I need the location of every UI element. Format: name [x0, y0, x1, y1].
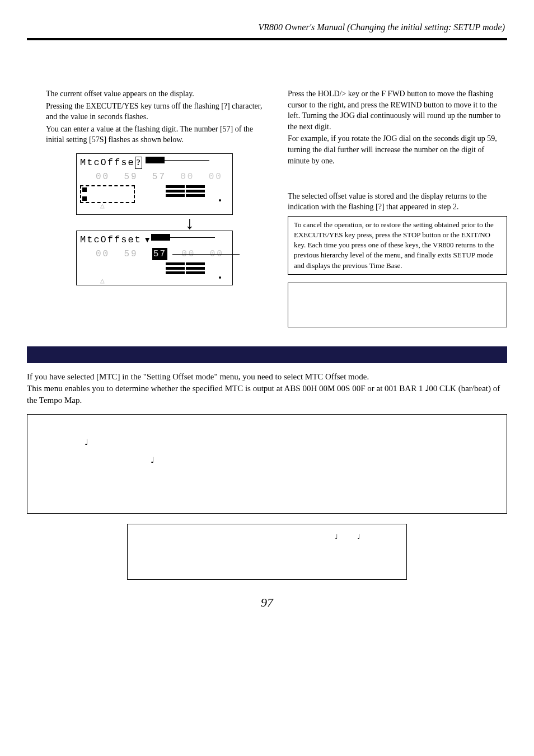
lcd1-d2: 59: [124, 172, 138, 182]
sub-note-box: [288, 283, 507, 327]
right-paragraph-1: Press the HOLD/> key or the F FWD button…: [288, 88, 507, 132]
cancel-note-box: To cancel the operation, or to restore t…: [288, 216, 507, 275]
track-bars-icon: [145, 185, 226, 210]
left-column: 3. Press the EXECUTE/YES key. The curren…: [27, 74, 265, 327]
lcd2-d3: 57: [152, 248, 167, 260]
track-bars2-icon: [145, 262, 226, 280]
level-meter-icon: △: [80, 185, 135, 210]
lcd2-d5: 00: [210, 249, 224, 259]
lcd-strip2-icon: [151, 234, 170, 241]
question-mark-icon: ?: [135, 157, 142, 169]
music-note-icon-2: ♩: [151, 455, 495, 466]
lcd2-d1: 00: [96, 249, 110, 259]
arrow-down-small-icon: ▼: [143, 236, 151, 244]
right-paragraph-3: The selected offset value is stored and …: [288, 191, 507, 213]
left-paragraph-3: You can enter a value at the flashing di…: [46, 124, 265, 145]
lcd1-label: MtcOffse: [80, 157, 135, 168]
header-rule: [27, 38, 507, 40]
arrow-down-icon: ↓: [147, 217, 233, 228]
lcd1-digits: 00 59 57 00 00: [96, 171, 229, 183]
page-number: 97: [27, 594, 507, 612]
lcd1-d5: 00: [209, 172, 223, 182]
right-column: 4. Enter the desired offset value. Press…: [288, 74, 507, 327]
reference-box: . ♩ ♩ . .: [27, 414, 507, 514]
lcd2-d2: 59: [124, 249, 138, 259]
blank-gauge: △: [80, 262, 135, 280]
info-callout-box: ♩♩ . . .: [127, 524, 407, 580]
section-body-1: If you have selected [MTC] in the "Setti…: [27, 371, 507, 383]
left-paragraph-1: The current offset value appears on the …: [46, 88, 265, 100]
lcd-panel-1: MtcOffse? 00 59 57 00 00 △: [76, 153, 233, 215]
right-paragraph-2: For example, if you rotate the JOG dial …: [288, 133, 507, 166]
lcd-panel-2: MtcOffset ▼ 00 59 57 00 00 △: [76, 231, 233, 285]
music-note-icon: ♩: [85, 437, 495, 448]
section-body-2: This menu enables you to determine wheth…: [27, 383, 507, 406]
lcd1-d4: 00: [180, 172, 194, 182]
lcd2-label: MtcOffset: [80, 234, 142, 245]
lcd1-d3: 57: [152, 172, 166, 182]
lcd2-d4: 00: [181, 249, 195, 259]
page-header-title: VR800 Owner's Manual (Changing the initi…: [27, 21, 507, 34]
callout-music-notes-icon: ♩♩: [335, 532, 380, 542]
left-paragraph-2: Pressing the EXECUTE/YES key turns off t…: [46, 101, 265, 123]
lcd1-d1: 00: [96, 172, 110, 182]
section-heading-bar: [27, 346, 507, 363]
lcd2-digits: 00 59 57 00 00: [96, 248, 229, 260]
lcd-strip-icon: [146, 157, 165, 163]
